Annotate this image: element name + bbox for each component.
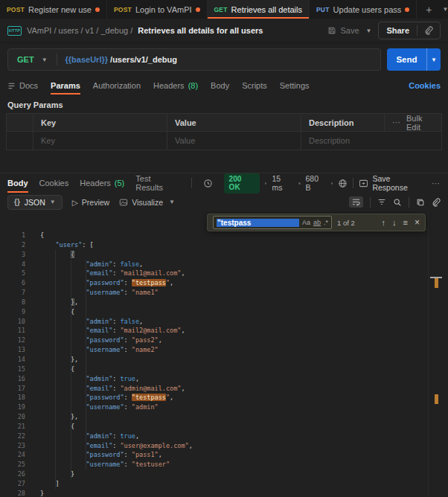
- unsaved-changes-dot: [405, 7, 409, 12]
- find-menu-icon[interactable]: ≡: [403, 218, 408, 227]
- value-input[interactable]: Value: [167, 132, 301, 150]
- key-input[interactable]: Key: [33, 132, 167, 150]
- code-line: 25 "username": "testuser": [0, 460, 448, 469]
- play-icon: ▷: [72, 198, 78, 207]
- tab-authorization[interactable]: Authorization: [93, 77, 141, 94]
- line-content: {: [25, 365, 74, 374]
- send-button[interactable]: Send ▼: [387, 48, 441, 71]
- tab-method-label: POST: [7, 6, 25, 13]
- save-options-chevron-icon[interactable]: ▼: [366, 28, 372, 34]
- format-chevron-icon: ▼: [50, 199, 56, 205]
- unsaved-changes-dot: [196, 7, 200, 12]
- match-case-toggle[interactable]: Aa: [302, 219, 310, 226]
- tab-params[interactable]: Params: [51, 77, 80, 94]
- tab-label: Settings: [280, 81, 310, 90]
- save-response-button[interactable]: Save Response: [359, 174, 426, 192]
- line-content: "password": "pass2",: [25, 336, 162, 345]
- code-line: 4 "admin": false,: [0, 260, 448, 269]
- method-selector[interactable]: GET ▼: [8, 55, 57, 64]
- regex-toggle[interactable]: .*: [324, 219, 328, 226]
- select-cell[interactable]: [7, 132, 33, 150]
- response-tab-test-results[interactable]: Test Results: [135, 173, 178, 193]
- code-line: 3 {: [0, 250, 448, 260]
- code-token: :: [124, 461, 132, 468]
- code-token: "admin": [132, 403, 159, 411]
- previous-match-button[interactable]: ↑: [382, 218, 386, 227]
- code-token: ,: [170, 394, 173, 401]
- description-input[interactable]: Description: [301, 132, 441, 150]
- code-token: "testuser": [132, 461, 170, 468]
- search-icon[interactable]: [393, 198, 402, 207]
- code-token: {: [40, 423, 74, 430]
- code-token: [40, 451, 86, 458]
- wrap-text-icon[interactable]: [349, 196, 363, 208]
- response-size[interactable]: 680 B: [306, 174, 326, 192]
- code-line: 17 "email": "admin@mail.com",: [0, 384, 448, 394]
- url-input[interactable]: {{baseUrl}} /users/v1/_debug: [57, 55, 185, 64]
- breadcrumb[interactable]: VAmPI / users / v1 / _debug /: [27, 26, 132, 35]
- send-label[interactable]: Send: [387, 48, 426, 71]
- code-token: [40, 241, 55, 248]
- tab-docs[interactable]: Docs: [7, 77, 38, 94]
- select-column: [7, 114, 33, 131]
- share-button[interactable]: Share: [379, 26, 417, 35]
- network-icon[interactable]: [338, 179, 348, 188]
- history-icon[interactable]: [203, 179, 213, 188]
- line-number: 14: [0, 355, 25, 365]
- tab-settings[interactable]: Settings: [280, 77, 310, 94]
- response-tab-headers[interactable]: Headers(5): [80, 173, 124, 193]
- code-line: 14 },: [0, 355, 448, 365]
- bulk-edit-button[interactable]: ⋯ Bulk Edit: [385, 114, 441, 131]
- code-line: 9 {: [0, 307, 448, 317]
- status-badge[interactable]: 200 OK: [224, 173, 260, 193]
- http-request-icon: HTTP: [7, 26, 22, 36]
- cookies-link[interactable]: Cookies: [409, 81, 441, 90]
- workspace-tab[interactable]: PUTUpdate users pass: [310, 0, 417, 19]
- tab-body[interactable]: Body: [211, 77, 229, 94]
- find-input[interactable]: "testpass Aa ab .*: [213, 216, 332, 229]
- response-tab-body[interactable]: Body: [7, 173, 28, 193]
- preview-button[interactable]: ▷ Preview: [72, 198, 109, 207]
- code-token: "name1": [132, 289, 159, 296]
- code-token: {: [40, 308, 74, 315]
- new-tab-button[interactable]: +: [426, 4, 432, 15]
- visualize-button[interactable]: Visualize ▼: [119, 198, 175, 207]
- link-icon[interactable]: [432, 198, 441, 207]
- code-line: 23 "email": "user@example.com",: [0, 441, 448, 451]
- indent-guide: [55, 250, 56, 489]
- workspace-tab[interactable]: GETRetrieves all details: [208, 0, 310, 19]
- copy-icon[interactable]: [416, 198, 425, 207]
- code-token: :: [112, 432, 120, 440]
- tab-headers[interactable]: Headers(8): [153, 77, 198, 94]
- line-content: {: [25, 422, 74, 432]
- line-number: 2: [0, 240, 25, 250]
- link-icon[interactable]: [417, 26, 440, 35]
- code-token: ,: [181, 385, 185, 392]
- scrollbar-track[interactable]: [428, 211, 429, 497]
- response-format-selector[interactable]: {} JSON ▼: [7, 195, 63, 210]
- save-response-label: Save Response: [372, 174, 426, 192]
- tab-scripts[interactable]: Scripts: [242, 77, 267, 94]
- visualize-label: Visualize: [132, 198, 163, 207]
- whole-word-toggle[interactable]: ab: [313, 219, 321, 226]
- code-token: [40, 289, 86, 296]
- line-number: 22: [0, 432, 25, 441]
- close-icon[interactable]: ×: [415, 217, 420, 228]
- workspace-tab[interactable]: POSTLogin to VAmPI: [107, 0, 208, 19]
- more-icon: ⋯: [392, 118, 401, 127]
- save-button[interactable]: Save: [327, 26, 359, 35]
- send-options-chevron-icon[interactable]: ▼: [426, 48, 441, 71]
- response-time[interactable]: 15 ms: [272, 174, 292, 192]
- code-token: "admin@mail.com": [121, 385, 182, 392]
- next-match-button[interactable]: ↓: [392, 218, 397, 227]
- workspace-tab[interactable]: POSTRegister new use: [0, 0, 107, 19]
- response-body-editor[interactable]: "testpass Aa ab .* 1 of 2 ↑ ↓ ≡ × 1{2 "u…: [0, 211, 448, 497]
- more-icon[interactable]: ⋯: [432, 179, 441, 188]
- code-token: [40, 385, 86, 392]
- line-number: 15: [0, 365, 25, 374]
- code-token: true: [121, 432, 135, 440]
- tab-options-chevron-icon[interactable]: ▼: [443, 6, 448, 13]
- code-token: ,: [159, 451, 162, 458]
- response-tab-cookies[interactable]: Cookies: [39, 173, 69, 193]
- filter-icon[interactable]: [377, 198, 386, 206]
